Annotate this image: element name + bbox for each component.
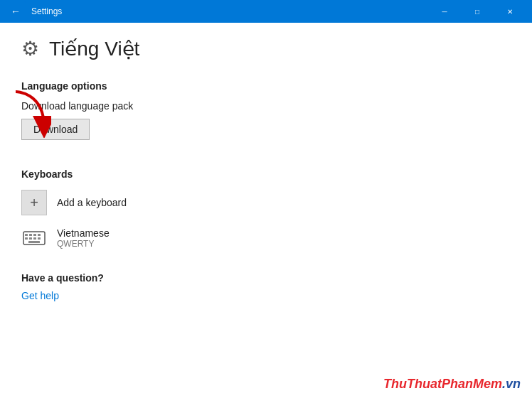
svg-rect-2 [29,234,32,236]
page-header: ⚙ Tiếng Việt [21,37,511,60]
page-title: Tiếng Việt [49,37,139,60]
svg-rect-1 [25,234,28,236]
language-options-title: Language options [21,80,511,92]
add-keyboard-label: Add a keyboard [57,197,127,208]
language-options-section: Language options Download language pack … [21,80,511,161]
svg-rect-7 [33,237,36,240]
svg-rect-6 [29,237,32,240]
window-controls: ─ □ ✕ [428,0,526,23]
minimize-button[interactable]: ─ [428,0,461,23]
svg-rect-3 [33,234,36,236]
keyboard-icon [21,225,47,251]
keyboard-layout: QWERTY [57,239,110,249]
close-button[interactable]: ✕ [494,0,526,23]
svg-rect-4 [38,234,41,236]
svg-rect-8 [38,237,41,240]
back-button[interactable]: ← [6,1,26,21]
help-title: Have a question? [21,272,511,284]
language-pack-text: Download language pack [21,100,511,112]
keyboards-title: Keyboards [21,168,511,180]
svg-rect-5 [25,237,28,240]
content-area: ⚙ Tiếng Việt Language options Download l… [0,23,532,403]
download-button[interactable]: Download [21,119,90,140]
watermark-text: ThuThuatPhanMem.vn [383,377,521,391]
settings-window: ← Settings ─ □ ✕ ⚙ Tiếng Việt Language o… [0,0,532,403]
add-icon: + [21,190,47,215]
list-item: Vietnamese QWERTY [21,225,511,251]
get-help-link[interactable]: Get help [21,290,59,301]
keyboards-section: Keyboards + Add a keyboard [21,168,511,251]
keyboard-info: Vietnamese QWERTY [57,227,110,249]
keyboard-svg-icon [23,227,46,249]
help-section: Have a question? Get help [21,272,511,302]
watermark: ThuThuatPhanMem.vn [383,377,521,392]
gear-icon: ⚙ [21,37,39,60]
window-title: Settings [31,6,428,16]
keyboard-name: Vietnamese [57,227,110,239]
add-keyboard-button[interactable]: + Add a keyboard [21,190,511,215]
titlebar: ← Settings ─ □ ✕ [0,0,532,23]
svg-rect-9 [28,241,40,243]
maximize-button[interactable]: □ [461,0,494,23]
